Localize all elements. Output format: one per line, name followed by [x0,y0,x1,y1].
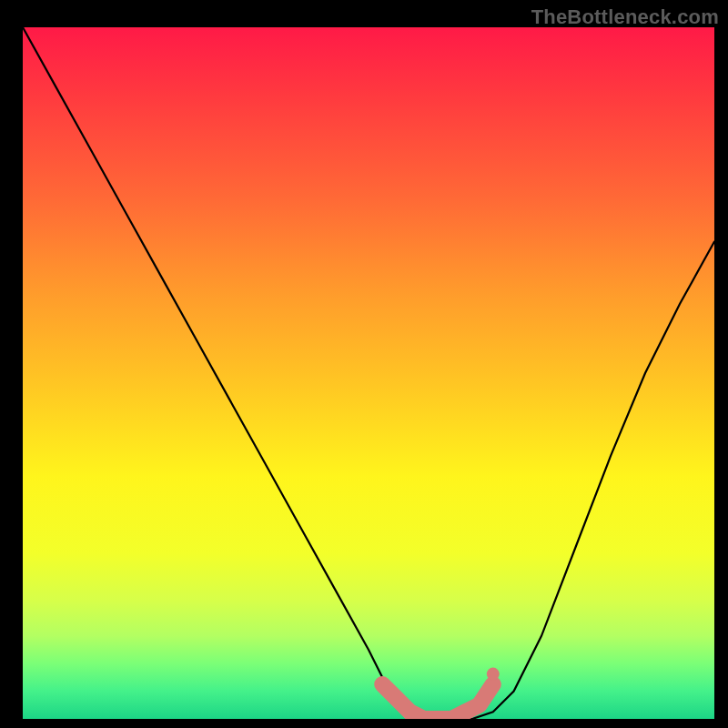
series-curve [23,27,714,719]
marker-end-dot [487,668,500,681]
chart-frame: TheBottleneck.com [0,0,728,728]
watermark-text: TheBottleneck.com [531,5,719,29]
plot-area [23,27,714,719]
marker-band [382,684,493,719]
curve-layer [23,27,714,719]
